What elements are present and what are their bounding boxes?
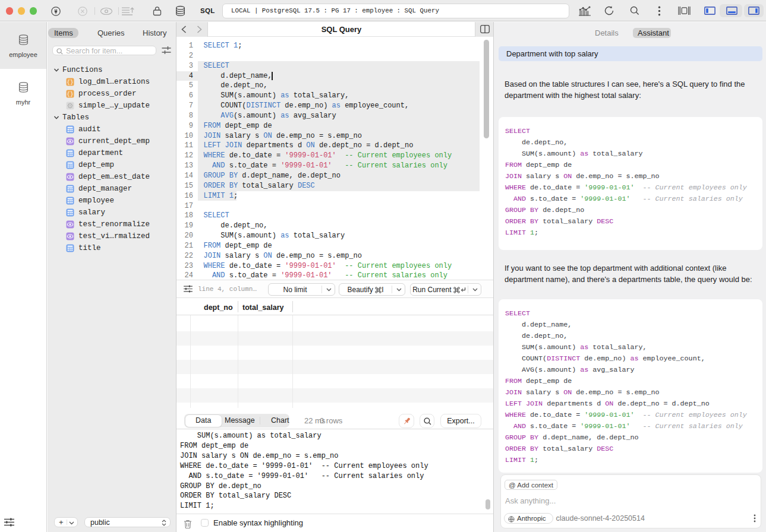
svg-text:{}: {} xyxy=(67,91,73,97)
svg-text:{}: {} xyxy=(67,79,73,86)
